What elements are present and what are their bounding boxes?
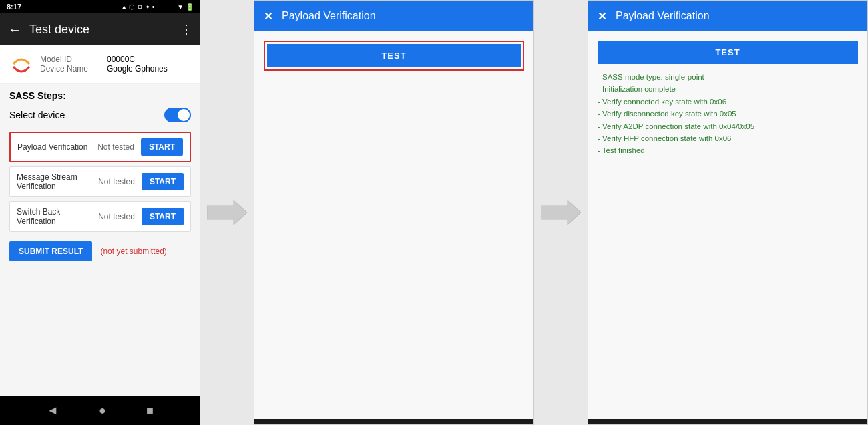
- device-details: Model ID 00000C Device Name Google Gphon…: [40, 55, 168, 74]
- app-bar-title: Test device: [29, 23, 180, 37]
- start-button-message-stream[interactable]: START: [142, 173, 184, 190]
- step-name-payload: Payload Verification: [17, 142, 97, 152]
- step-name-switch-back: Switch Back Verification: [17, 207, 98, 226]
- app-bar: ← Test device ⋮: [0, 13, 200, 45]
- phone-panel: 8:17 ▲ ⬡ ⚙ ✦ • ▼ 🔋 ← Test device ⋮ Model…: [0, 0, 200, 425]
- result-lines: - SASS mode type: single-point- Initiali…: [598, 71, 858, 157]
- svg-marker-1: [541, 200, 581, 225]
- step-row-switch-back: Switch Back Verification Not tested STAR…: [9, 201, 191, 232]
- dialog-body-1: TEST: [254, 31, 533, 419]
- result-line: - Verify connected key state with 0x06: [598, 96, 858, 108]
- dialog-title-2: Payload Verification: [616, 10, 710, 22]
- status-icons-left: ▲ ⬡ ⚙ ✦ •: [121, 3, 155, 11]
- test-btn-wrapper-2: TEST: [598, 41, 858, 64]
- step-row-payload-verification: Payload Verification Not tested START: [9, 132, 191, 162]
- step-status-payload: Not tested: [97, 142, 134, 152]
- submit-result-button[interactable]: SUBMIT RESULT: [9, 241, 92, 261]
- dialog-header-1: ✕ Payload Verification: [254, 1, 533, 31]
- test-button-1[interactable]: TEST: [267, 44, 521, 67]
- dialog-close-button-1[interactable]: ✕: [264, 10, 272, 23]
- arrow-2: [534, 0, 588, 425]
- result-line: - SASS mode type: single-point: [598, 71, 858, 83]
- status-bar-icons: ▲ ⬡ ⚙ ✦ • ▼ 🔋: [121, 3, 194, 11]
- nav-back-icon[interactable]: ◄: [47, 404, 59, 418]
- dialog-header-2: ✕ Payload Verification: [588, 1, 867, 31]
- dialog-panel-1: ✕ Payload Verification TEST: [254, 0, 534, 425]
- not-submitted-text: (not yet submitted): [100, 247, 166, 256]
- step-row-message-stream: Message StreamVerification Not tested ST…: [9, 166, 191, 197]
- select-device-toggle[interactable]: [164, 108, 191, 122]
- start-button-payload[interactable]: START: [141, 138, 183, 156]
- submit-row: SUBMIT RESULT (not yet submitted): [9, 241, 191, 261]
- svg-marker-0: [207, 200, 247, 225]
- result-line: - Verify A2DP connection state with 0x04…: [598, 120, 858, 132]
- back-button[interactable]: ←: [8, 22, 21, 37]
- arrow-1: [200, 0, 254, 425]
- device-name-label: Device Name: [40, 64, 93, 74]
- dialog-panel-2: ✕ Payload Verification TEST - SASS mode …: [588, 0, 868, 425]
- result-line: - Verify disconnected key state with 0x0…: [598, 108, 858, 120]
- nav-home-icon[interactable]: ●: [99, 404, 106, 418]
- step-status-switch-back: Not tested: [98, 212, 135, 221]
- more-options-button[interactable]: ⋮: [180, 22, 192, 37]
- select-device-label: Select device: [9, 110, 65, 120]
- dialog-body-2: TEST - SASS mode type: single-point- Ini…: [588, 31, 867, 419]
- step-status-message-stream: Not tested: [98, 177, 135, 186]
- step-name-message-stream: Message StreamVerification: [17, 172, 98, 191]
- sass-heading: SASS Steps:: [9, 90, 191, 101]
- device-name-value: Google Gphones: [107, 64, 168, 74]
- device-info: Model ID 00000C Device Name Google Gphon…: [0, 45, 200, 84]
- wifi-battery-icons: ▼ 🔋: [177, 3, 194, 11]
- device-logo: [9, 52, 33, 76]
- model-id-value: 00000C: [107, 55, 135, 64]
- select-device-row: Select device: [9, 108, 191, 122]
- nav-recents-icon[interactable]: ■: [146, 404, 154, 418]
- status-bar: 8:17 ▲ ⬡ ⚙ ✦ • ▼ 🔋: [0, 0, 200, 13]
- dialog-footer-1: [254, 419, 533, 424]
- result-line: - Test finished: [598, 144, 858, 156]
- dialog-title-1: Payload Verification: [282, 10, 376, 22]
- result-line: - Verify HFP connection state with 0x06: [598, 132, 858, 144]
- test-button-2[interactable]: TEST: [598, 41, 858, 64]
- status-bar-time: 8:17: [7, 3, 21, 11]
- test-btn-wrapper-1: TEST: [264, 41, 524, 71]
- phone-nav: ◄ ● ■: [0, 396, 200, 425]
- phone-content: SASS Steps: Select device Payload Verifi…: [0, 84, 200, 396]
- model-id-label: Model ID: [40, 55, 93, 64]
- dialog-close-button-2[interactable]: ✕: [598, 10, 606, 23]
- start-button-switch-back[interactable]: START: [142, 208, 184, 225]
- dialog-footer-2: [588, 419, 867, 424]
- result-line: - Initialization complete: [598, 83, 858, 95]
